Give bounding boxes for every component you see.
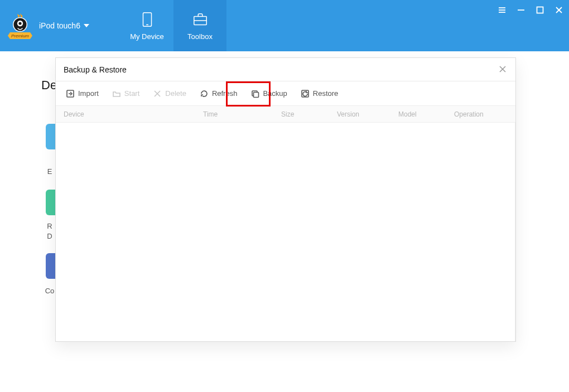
start-button: Start <box>109 86 143 101</box>
tab-toolbox[interactable]: Toolbox <box>173 0 226 51</box>
page-title-partial: De <box>41 78 57 93</box>
backup-button[interactable]: Backup <box>247 86 290 101</box>
chevron-down-icon <box>84 24 89 27</box>
side-tile-label: E <box>44 167 56 176</box>
side-tile-label: D <box>44 232 56 240</box>
col-operation: Operation <box>454 110 515 118</box>
svg-rect-21 <box>254 92 259 97</box>
col-version: Version <box>337 110 398 118</box>
folder-icon <box>112 89 121 98</box>
refresh-icon <box>200 89 209 98</box>
menu-icon <box>498 6 506 14</box>
side-tile <box>46 253 56 279</box>
restore-button[interactable]: Restore <box>297 86 342 101</box>
close-icon <box>555 6 563 14</box>
modal-header: Backup & Restore <box>56 58 515 81</box>
import-icon <box>66 89 75 98</box>
col-size: Size <box>281 110 337 118</box>
modal-title: Backup & Restore <box>64 65 127 74</box>
modal-toolbar: Import Start Delete Refresh Backup Resto… <box>56 81 515 106</box>
premium-ribbon-text: Premium <box>11 33 29 38</box>
minimize-button[interactable] <box>517 6 525 14</box>
window-controls <box>498 0 569 20</box>
nav-tabs: My Device Toolbox <box>120 0 226 51</box>
table-header: Device Time Size Version Model Operation <box>56 106 515 123</box>
tablet-icon <box>138 11 156 28</box>
device-dropdown-label: iPod touch6 <box>39 21 80 30</box>
import-button[interactable]: Import <box>62 86 102 101</box>
delete-button: Delete <box>150 86 190 101</box>
logo-block: Premium iPod touch6 <box>0 0 120 51</box>
side-tile-label: R <box>44 222 56 230</box>
svg-point-3 <box>18 22 21 25</box>
side-tile <box>46 190 56 215</box>
minimize-icon <box>517 6 525 14</box>
menu-button[interactable] <box>498 6 507 14</box>
svg-rect-12 <box>537 7 543 13</box>
restore-icon <box>301 89 310 98</box>
tab-my-device[interactable]: My Device <box>120 0 173 51</box>
close-button[interactable] <box>554 6 563 14</box>
maximize-button[interactable] <box>536 6 544 14</box>
briefcase-icon <box>191 11 209 28</box>
col-device: Device <box>64 110 203 118</box>
svg-rect-4 <box>143 12 151 26</box>
app-logo-icon: Premium <box>8 12 32 39</box>
device-dropdown[interactable]: iPod touch6 <box>39 21 89 30</box>
top-bar: Premium iPod touch6 My Device Toolbox <box>0 0 569 51</box>
col-model: Model <box>398 110 454 118</box>
maximize-icon <box>536 6 544 14</box>
table-body <box>56 123 515 341</box>
button-label: Import <box>78 89 99 98</box>
tab-label: My Device <box>130 32 164 41</box>
backup-icon <box>250 89 259 98</box>
modal-close-button[interactable] <box>499 65 508 74</box>
col-time: Time <box>203 110 281 118</box>
refresh-button[interactable]: Refresh <box>196 86 241 101</box>
button-label: Refresh <box>212 89 238 98</box>
backup-restore-modal: Backup & Restore Import Start Delete Ref… <box>55 57 516 342</box>
tab-label: Toolbox <box>187 32 213 41</box>
button-label: Backup <box>263 89 287 98</box>
button-label: Delete <box>165 89 186 98</box>
button-label: Restore <box>313 89 339 98</box>
close-icon <box>499 65 507 73</box>
delete-icon <box>153 89 162 98</box>
button-label: Start <box>124 89 139 98</box>
side-tile <box>46 124 56 149</box>
